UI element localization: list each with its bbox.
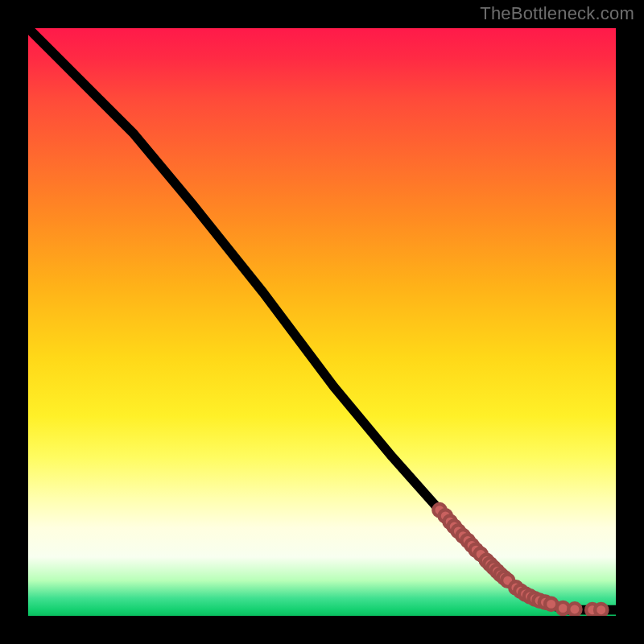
data-marker xyxy=(568,603,580,615)
chart-frame: TheBottleneck.com xyxy=(0,0,644,644)
plot-area xyxy=(28,28,616,616)
curve-line xyxy=(28,28,616,610)
watermark-text: TheBottleneck.com xyxy=(480,3,634,24)
chart-svg xyxy=(28,28,616,616)
data-marker xyxy=(595,604,607,616)
marker-group xyxy=(433,504,607,616)
